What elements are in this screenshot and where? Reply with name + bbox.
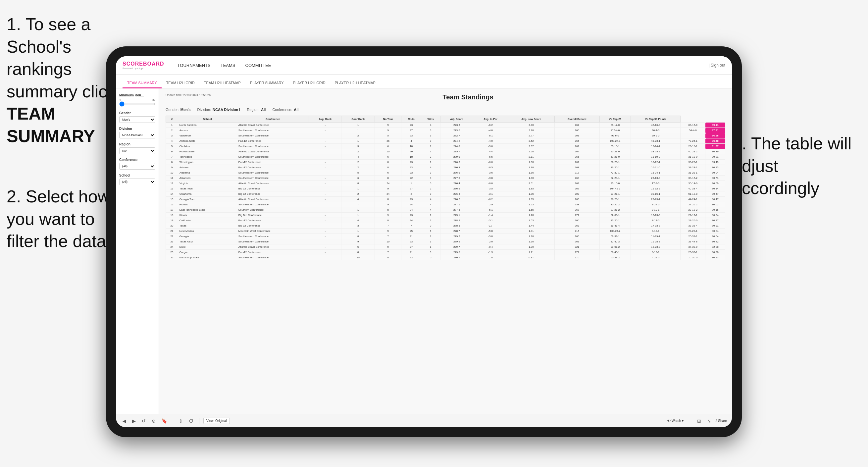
table-cell: 278.5	[440, 223, 473, 228]
col-no-tour: No Tour	[375, 116, 401, 123]
table-cell: 271	[555, 213, 599, 218]
toolbar-grid-icon[interactable]: ⊞	[695, 417, 703, 425]
school-select[interactable]: (All)	[119, 179, 155, 185]
toolbar-forward[interactable]: ▶	[130, 417, 137, 425]
toolbar-expand-icon[interactable]: ⤡	[705, 417, 713, 425]
table-cell: Tennessee	[178, 154, 237, 160]
table-cell: 9	[375, 228, 401, 234]
table-cell: 1	[421, 213, 440, 218]
table-cell: 1.98	[508, 160, 554, 165]
nav-tournaments[interactable]: TOURNAMENTS	[178, 62, 211, 69]
table-cell: Atlantic Coast Conference	[237, 244, 309, 250]
view-original-button[interactable]: View: Original	[203, 418, 230, 424]
division-label: Division:	[197, 107, 211, 112]
tab-player-h2h-grid[interactable]: PLAYER H2H GRID	[288, 78, 330, 88]
toolbar-reload[interactable]: ↺	[140, 417, 147, 425]
filter-division-label: Division	[119, 127, 155, 130]
toolbar-bookmark[interactable]: 🔖	[160, 417, 169, 425]
region-select[interactable]: N/A	[119, 147, 155, 154]
table-cell: -3.8	[473, 176, 508, 181]
nav-committee[interactable]: COMMITTEE	[245, 62, 271, 69]
table-cell: Southeastern Conference	[237, 176, 309, 181]
table-cell: California	[178, 218, 237, 223]
share-button[interactable]: ⤴ Share	[715, 419, 727, 423]
sign-out-button[interactable]: | Sign out	[709, 63, 725, 68]
table-cell: 1	[341, 138, 375, 144]
table-cell: Pac-12 Conference	[237, 138, 309, 144]
table-cell: 279.5	[440, 250, 473, 255]
table-cell: 83.49	[705, 160, 725, 165]
table-cell: 267	[555, 207, 599, 213]
tab-player-summary[interactable]: PLAYER SUMMARY	[245, 78, 288, 88]
table-cell: -6.0	[473, 160, 508, 165]
table-cell: 3	[166, 133, 178, 138]
table-cell: 6	[421, 133, 440, 138]
table-cell: Texas	[178, 223, 237, 228]
table-cell: 26	[375, 138, 401, 144]
division-select[interactable]: NCAA Division I	[119, 132, 155, 138]
table-cell: 23	[166, 239, 178, 244]
table-cell: Southeastern Conference	[237, 133, 309, 138]
table-cell: 273.6	[440, 128, 473, 133]
table-cell: -5.8	[473, 228, 508, 234]
table-cell: 86.58	[705, 133, 725, 138]
tab-player-h2h-heatmap[interactable]: PLAYER H2H HEATMAP	[330, 78, 380, 88]
table-cell: 8	[341, 234, 375, 239]
table-cell: 18-12-1	[631, 160, 681, 165]
table-cell: -	[309, 228, 341, 234]
filter-bar: Gender: Men's Division: NCAA Division I …	[165, 107, 725, 112]
table-cell: 61-21-0	[599, 154, 631, 160]
table-cell: 0	[421, 250, 440, 255]
table-cell: 4	[341, 197, 375, 202]
table-cell: 277.5	[440, 207, 473, 213]
table-cell: 104-42-3	[599, 186, 631, 191]
table-cell: 16	[166, 202, 178, 207]
toolbar-share-icon[interactable]: ⇧	[177, 417, 184, 425]
table-cell: 0	[421, 181, 440, 186]
table-cell: 1	[401, 181, 421, 186]
toolbar-clock-icon[interactable]: ⏱	[187, 417, 195, 425]
table-cell: 4	[421, 197, 440, 202]
nav-teams[interactable]: TEAMS	[221, 62, 236, 69]
table-cell: -	[309, 191, 341, 197]
table-row: 1North CarolinaAtlantic Coast Conference…	[166, 123, 725, 128]
table-cell: 277.0	[440, 176, 473, 181]
table-cell: 72-30-1	[599, 170, 631, 176]
table-cell: 18	[166, 213, 178, 218]
table-row: 15Georgia TechAtlantic Coast Conference-…	[166, 197, 725, 202]
table-cell: 39-20-1	[681, 160, 705, 165]
gender-select[interactable]: Men's	[119, 116, 155, 123]
table-cell: 10	[375, 149, 401, 154]
tab-team-h2h-heatmap[interactable]: TEAM H2H HEATMAP	[199, 78, 245, 88]
table-cell: 13	[166, 186, 178, 191]
table-cell: -4.0	[473, 128, 508, 133]
table-cell: -	[309, 255, 341, 260]
table-cell: -	[309, 223, 341, 228]
table-cell: Pac-12 Conference	[237, 218, 309, 223]
minimum-rounds-slider[interactable]	[119, 101, 155, 107]
table-cell: Arizona	[178, 165, 237, 170]
tab-team-summary[interactable]: TEAM SUMMARY	[123, 78, 162, 88]
table-cell: -6.2	[473, 123, 508, 128]
table-cell: 8	[375, 218, 401, 223]
table-cell: 258	[555, 202, 599, 207]
table-cell: 203	[555, 133, 599, 138]
table-cell: 3	[421, 176, 440, 181]
table-cell: -	[309, 123, 341, 128]
table-cell: 267	[555, 186, 599, 191]
conference-value: All	[294, 107, 299, 112]
watch-button[interactable]: 👁 Watch ▾	[667, 419, 684, 423]
table-cell: 79-25-1	[681, 138, 705, 144]
table-cell: -3.6	[473, 170, 508, 176]
table-cell: 9	[341, 239, 375, 244]
table-cell: 0	[421, 255, 440, 260]
toolbar-home[interactable]: ⊙	[150, 417, 157, 425]
conference-select[interactable]: (All)	[119, 163, 155, 169]
toolbar-back[interactable]: ◀	[121, 417, 128, 425]
table-cell: 8-14-0	[631, 218, 681, 223]
tab-team-h2h-grid[interactable]: TEAM H2H GRID	[162, 78, 199, 88]
table-cell: 80.21	[705, 154, 725, 160]
table-row: 4Arizona StatePac-12 Conference-12640274…	[166, 138, 725, 144]
filter-minimum-rounds-label: Minimum Rou...	[119, 93, 155, 97]
table-cell: -	[309, 154, 341, 160]
